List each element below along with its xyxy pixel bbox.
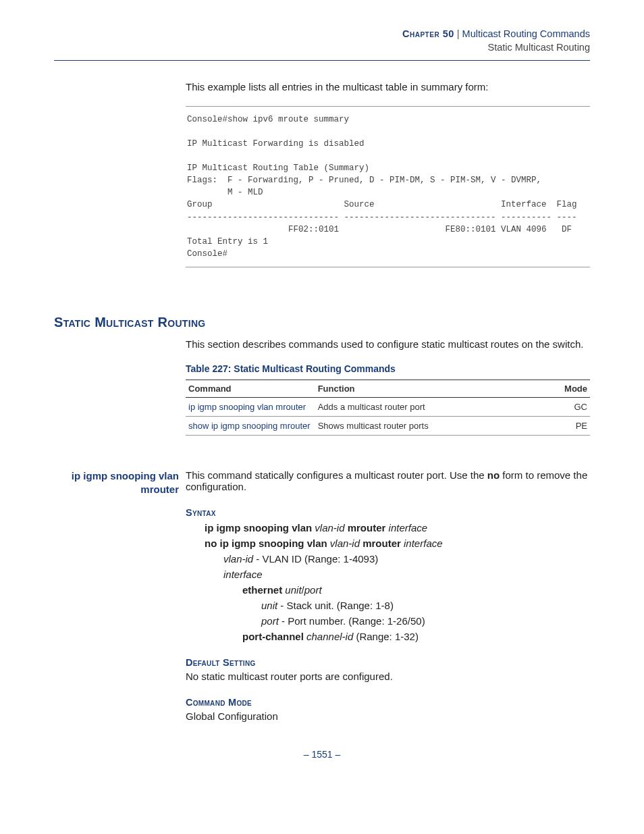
syntax-line: no ip igmp snooping vlan vlan-id mrouter…	[205, 538, 590, 549]
header-title: Multicast Routing Commands	[462, 28, 590, 39]
command-desc-pre: This command statically configures a mul…	[186, 469, 487, 481]
function-cell: Adds a multicast router port	[315, 398, 541, 417]
command-link[interactable]: show ip igmp snooping mrouter	[188, 421, 311, 431]
section-heading: Static Multicast Routing	[54, 315, 590, 330]
mode-heading: Command Mode	[186, 697, 590, 708]
header-separator: |	[454, 28, 462, 39]
chapter-label: Chapter 50	[402, 28, 454, 39]
page-header: Chapter 50 | Multicast Routing Commands …	[54, 27, 590, 55]
command-link[interactable]: ip igmp snooping vlan mrouter	[188, 402, 306, 412]
example-intro: This example lists all entries in the mu…	[186, 81, 590, 93]
syntax-param: vlan-id - VLAN ID (Range: 1-4093)	[223, 553, 590, 565]
th-function: Function	[315, 380, 541, 398]
th-mode: Mode	[541, 380, 590, 398]
table-caption: Table 227: Static Multicast Routing Comm…	[186, 363, 590, 374]
command-name-side: ip igmp snooping vlan mrouter	[54, 469, 186, 497]
table-row: show ip igmp snooping mrouter Shows mult…	[186, 417, 590, 436]
syntax-line: ip igmp snooping vlan vlan-id mrouter in…	[205, 522, 590, 533]
function-cell: Shows multicast router ports	[315, 417, 541, 436]
table-row: ip igmp snooping vlan mrouter Adds a mul…	[186, 398, 590, 417]
command-desc-bold: no	[487, 469, 500, 481]
console-output: Console#show ipv6 mroute summary IP Mult…	[186, 106, 590, 268]
default-text: No static multicast router ports are con…	[186, 671, 590, 682]
syntax-param: unit - Stack unit. (Range: 1-8)	[261, 600, 590, 611]
syntax-param: ethernet unit/port	[242, 584, 590, 596]
section-description: This section describes commands used to …	[186, 338, 590, 350]
syntax-param: interface	[223, 569, 590, 580]
mode-text: Global Configuration	[186, 710, 590, 722]
header-rule	[54, 60, 590, 61]
commands-table: Command Function Mode ip igmp snooping v…	[186, 380, 590, 436]
page-number: – 1551 –	[54, 749, 590, 760]
syntax-param: port-channel channel-id (Range: 1-32)	[242, 631, 590, 642]
mode-cell: PE	[541, 417, 590, 436]
th-command: Command	[186, 380, 315, 398]
mode-cell: GC	[541, 398, 590, 417]
syntax-param: port - Port number. (Range: 1-26/50)	[261, 615, 590, 627]
syntax-heading: Syntax	[186, 507, 590, 518]
default-heading: Default Setting	[186, 657, 590, 668]
header-subtitle: Static Multicast Routing	[54, 41, 590, 54]
